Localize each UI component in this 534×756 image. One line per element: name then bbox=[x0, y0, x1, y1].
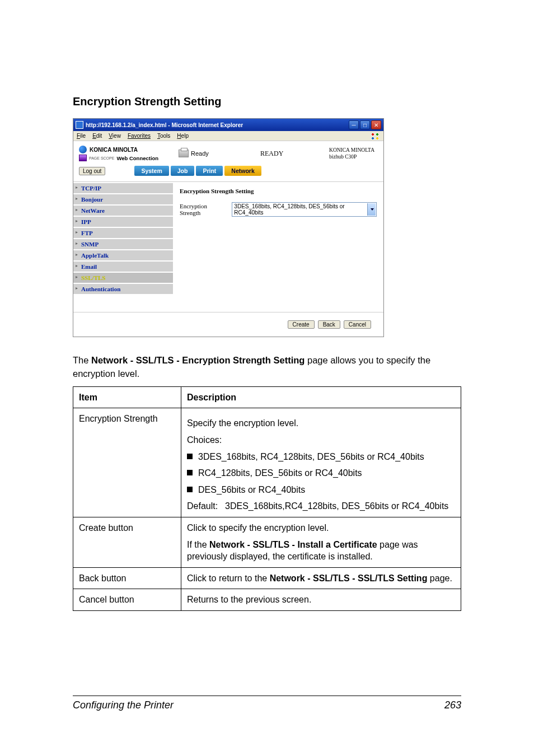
tab-print[interactable]: Print bbox=[196, 166, 223, 176]
tab-network[interactable]: Network bbox=[224, 166, 261, 176]
maximize-icon[interactable]: □ bbox=[360, 120, 370, 129]
back-button[interactable]: Back bbox=[318, 320, 340, 329]
sidebar: TCP/IP Bonjour NetWare IPP FTP SNMP Appl… bbox=[73, 182, 173, 312]
cell-item: Create button bbox=[73, 517, 181, 568]
sidebar-item-bonjour[interactable]: Bonjour bbox=[73, 194, 173, 204]
brand-text: KONICA MINOLTA bbox=[90, 147, 138, 153]
cancel-button[interactable]: Cancel bbox=[344, 320, 371, 329]
konica-globe-icon bbox=[79, 146, 87, 153]
table-row: Cancel button Returns to the previous sc… bbox=[73, 589, 461, 611]
device-model: bizhub C30P bbox=[329, 153, 374, 160]
create-button[interactable]: Create bbox=[288, 320, 315, 329]
col-header-item: Item bbox=[73, 386, 181, 408]
encryption-strength-select[interactable]: 3DES_168bits, RC4_128bits, DES_56bits or… bbox=[232, 202, 377, 217]
status-ready-large: READY bbox=[260, 150, 283, 158]
footer-title: Configuring the Printer bbox=[73, 699, 174, 711]
tab-job[interactable]: Job bbox=[171, 166, 195, 176]
page-number: 263 bbox=[444, 699, 461, 711]
col-header-description: Description bbox=[181, 386, 461, 408]
panel-title: Encryption Strength Setting bbox=[180, 188, 377, 194]
menu-edit[interactable]: Edit bbox=[92, 133, 102, 139]
menu-tools[interactable]: Tools bbox=[157, 133, 170, 139]
ie-icon bbox=[76, 121, 83, 129]
menu-help[interactable]: Help bbox=[177, 133, 189, 139]
pagescope-text: Web Connection bbox=[116, 155, 158, 161]
pagescope-small-label: PAGE SCOPE bbox=[89, 156, 114, 160]
tab-system[interactable]: System bbox=[134, 166, 168, 176]
main-tabs: System Job Print Network bbox=[134, 166, 261, 176]
printer-icon bbox=[179, 150, 189, 157]
properties-table: Item Description Encryption Strength Spe… bbox=[73, 386, 461, 611]
cell-description: Click to specify the encryption level. I… bbox=[181, 517, 461, 568]
screenshot-window: http://192.168.1.2/a_index.html - Micros… bbox=[73, 118, 384, 337]
section-heading: Encryption Strength Setting bbox=[73, 95, 461, 108]
sidebar-item-ssltls[interactable]: SSL/TLS bbox=[73, 273, 173, 283]
windows-logo-icon bbox=[370, 132, 380, 141]
page-footer: Configuring the Printer 263 bbox=[73, 696, 461, 711]
cell-item: Cancel button bbox=[73, 589, 181, 611]
status-ready-small: Ready bbox=[191, 150, 209, 157]
menu-file[interactable]: File bbox=[77, 133, 86, 139]
field-label-encryption-strength: Encryption Strength bbox=[180, 203, 216, 216]
sidebar-item-snmp[interactable]: SNMP bbox=[73, 239, 173, 249]
sidebar-item-authentication[interactable]: Authentication bbox=[73, 284, 173, 294]
table-row: Back button Click to return to the Netwo… bbox=[73, 567, 461, 589]
cell-item: Encryption Strength bbox=[73, 408, 181, 517]
window-titlebar: http://192.168.1.2/a_index.html - Micros… bbox=[73, 119, 383, 131]
select-value: 3DES_168bits, RC4_128bits, DES_56bits or… bbox=[234, 203, 366, 216]
cell-description: Specify the encryption level. Choices: 3… bbox=[181, 408, 461, 517]
browser-menubar: File Edit View Favorites Tools Help bbox=[73, 131, 383, 141]
table-row: Encryption Strength Specify the encrypti… bbox=[73, 408, 461, 517]
logout-button[interactable]: Log out bbox=[79, 167, 105, 175]
device-brand: KONICA MINOLTA bbox=[329, 147, 374, 153]
sidebar-item-ftp[interactable]: FTP bbox=[73, 228, 173, 238]
window-title-text: http://192.168.1.2/a_index.html - Micros… bbox=[86, 122, 349, 128]
sidebar-item-tcpip[interactable]: TCP/IP bbox=[73, 183, 173, 193]
menu-view[interactable]: View bbox=[109, 133, 121, 139]
cell-description: Click to return to the Network - SSL/TLS… bbox=[181, 567, 461, 589]
close-icon[interactable]: ✕ bbox=[371, 120, 381, 129]
pagescope-icon bbox=[79, 155, 87, 161]
table-row: Create button Click to specify the encry… bbox=[73, 517, 461, 568]
intro-paragraph: The Network - SSL/TLS - Encryption Stren… bbox=[73, 354, 461, 381]
minimize-icon[interactable]: ─ bbox=[349, 120, 359, 129]
chevron-down-icon bbox=[371, 208, 374, 211]
menu-favorites[interactable]: Favorites bbox=[128, 133, 151, 139]
cell-description: Returns to the previous screen. bbox=[181, 589, 461, 611]
sidebar-item-netware[interactable]: NetWare bbox=[73, 206, 173, 216]
sidebar-item-email[interactable]: Email bbox=[73, 262, 173, 272]
sidebar-item-appletalk[interactable]: AppleTalk bbox=[73, 250, 173, 260]
sidebar-item-ipp[interactable]: IPP bbox=[73, 217, 173, 227]
cell-item: Back button bbox=[73, 567, 181, 589]
